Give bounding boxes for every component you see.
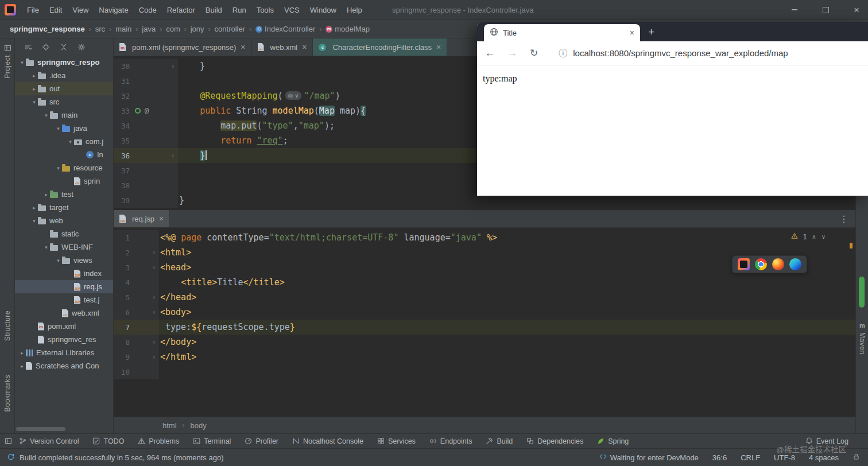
more-options-icon[interactable] <box>839 213 848 224</box>
tool-stripe-bookmarks[interactable]: Bookmarks <box>0 375 15 412</box>
tree-item-static[interactable]: static <box>15 227 113 240</box>
code-line-1[interactable]: 1<%@ page contentType="text/html;charset… <box>114 230 855 245</box>
menu-vcs[interactable]: VCS <box>279 0 305 20</box>
close-tab-icon[interactable]: × <box>302 43 307 51</box>
edge-browser-icon[interactable] <box>789 258 801 270</box>
tree-item-views[interactable]: ▾views <box>15 254 113 267</box>
menu-build[interactable]: Build <box>200 0 227 20</box>
tab-close-icon[interactable] <box>630 28 634 37</box>
toolwindow-button-endpoints[interactable]: Endpoints <box>429 437 472 445</box>
minimize-button[interactable] <box>786 2 803 18</box>
forward-button[interactable] <box>507 48 517 58</box>
menu-view[interactable]: View <box>67 0 94 20</box>
code-line-10[interactable]: 10 <box>114 364 855 379</box>
editor-tab-pom-xml-springmvc-response[interactable]: mpom.xml (springmvc_response)× <box>114 38 252 56</box>
lock-icon[interactable] <box>852 453 860 462</box>
tree-item-out[interactable]: ▸out <box>15 82 113 95</box>
breadcrumb-item-java[interactable]: java <box>142 25 156 33</box>
menu-edit[interactable]: Edit <box>44 0 67 20</box>
tree-item-test[interactable]: ▸test <box>15 188 113 201</box>
view-options-button[interactable] <box>24 43 32 51</box>
tool-stripe-project[interactable]: Project <box>0 44 15 79</box>
tree-item-resource[interactable]: ▾resource <box>15 161 113 174</box>
tree-item-web-xml[interactable]: </>web.xml <box>15 306 113 320</box>
tree-item-external-libraries[interactable]: ▸External Libraries <box>15 346 113 359</box>
tree-item-web-inf[interactable]: ▾WEB-INF <box>15 240 113 254</box>
code-line-9[interactable]: 9∧</html> <box>114 350 855 364</box>
new-tab-button[interactable] <box>648 26 654 37</box>
toolwindow-button-version-control[interactable]: Version Control <box>19 437 79 445</box>
toolwindow-button-nocalhost-console[interactable]: Nocalhost Console <box>292 437 363 445</box>
menu-refactor[interactable]: Refactor <box>162 0 200 20</box>
editor-tab-characterencodingfilter-class[interactable]: cCharacterEncodingFilter.class× <box>313 38 447 56</box>
menu-run[interactable]: Run <box>227 0 251 20</box>
line-separator-widget[interactable]: CRLF <box>741 453 760 462</box>
tool-stripe-maven[interactable]: mMaven <box>856 322 868 355</box>
tree-item-com-j[interactable]: ▾com.j <box>15 135 113 148</box>
code-line-5[interactable]: 5∧</head> <box>114 290 855 305</box>
close-tab-icon[interactable]: × <box>436 43 441 51</box>
code-line-4[interactable]: 4 <title>Title</title> <box>114 275 855 290</box>
tree-item-web[interactable]: ▾web <box>15 214 113 227</box>
menu-tools[interactable]: Tools <box>251 0 279 20</box>
breadcrumb-item-springmvc-response[interactable]: springmvc_response <box>10 25 85 33</box>
tree-item-req-js[interactable]: JSPreq.js <box>15 280 113 293</box>
menu-navigate[interactable]: Navigate <box>94 0 133 20</box>
breadcrumb-item-indexcontroller[interactable]: CIndexController <box>255 25 315 33</box>
tree-item-java[interactable]: ▾java <box>15 122 113 135</box>
devmode-status[interactable]: Waiting for enter DevMode <box>599 453 699 462</box>
code-line-8[interactable]: 8∧</body> <box>114 335 855 350</box>
breadcrumb-item-controller[interactable]: controller <box>215 25 245 33</box>
scrollbar-thumb[interactable] <box>859 277 865 308</box>
site-info-icon[interactable] <box>559 49 567 57</box>
menu-window[interactable]: Window <box>305 0 342 20</box>
browser-tab[interactable]: Title <box>484 24 640 41</box>
tree-item-sprin[interactable]: </>sprin <box>15 174 113 188</box>
menu-help[interactable]: Help <box>342 0 367 20</box>
maximize-button[interactable] <box>817 2 834 18</box>
menu-file[interactable]: File <box>22 0 44 20</box>
editor-tab-req-jsp[interactable]: JSPreq.jsp× <box>114 210 170 227</box>
toolwindow-button-dependencies[interactable]: Dependencies <box>526 437 583 445</box>
tree-item-idea[interactable]: ▸.idea <box>15 69 113 82</box>
code-line-6[interactable]: 6∨<body> <box>114 305 855 320</box>
reload-button[interactable] <box>530 48 538 58</box>
toolwindow-button-profiler[interactable]: Profiler <box>245 437 278 445</box>
locate-button[interactable] <box>42 43 50 51</box>
breadcrumb-item-src[interactable]: src <box>95 25 105 33</box>
editor-breadcrumb-html[interactable]: html <box>162 421 177 430</box>
collapse-all-button[interactable] <box>60 43 68 51</box>
tree-item-pom-xml[interactable]: mpom.xml <box>15 320 113 333</box>
tree-item-test-j[interactable]: JSPtest.j <box>15 293 113 306</box>
toolwindow-button-terminal[interactable]: Terminal <box>193 437 231 445</box>
back-button[interactable] <box>485 48 495 58</box>
prev-warning-button[interactable]: ∧ <box>812 234 816 240</box>
tree-item-in[interactable]: cIn <box>15 148 113 161</box>
breadcrumb-item-main[interactable]: main <box>115 25 131 33</box>
tree-item-springmvc-res[interactable]: springmvc_res <box>15 333 113 346</box>
toolwindow-button-build[interactable]: Build <box>486 437 513 445</box>
next-warning-button[interactable]: ∨ <box>822 234 826 240</box>
spring-bean-icon[interactable] <box>135 108 141 114</box>
editor-tab-web-xml[interactable]: </>web.xml× <box>252 38 313 56</box>
settings-button[interactable] <box>78 43 86 51</box>
breadcrumb-item-modelmap[interactable]: mmodelMap <box>326 25 370 33</box>
tool-stripe-structure[interactable]: Structure <box>0 310 15 341</box>
caret-position-widget[interactable]: 36:6 <box>712 453 727 462</box>
close-button[interactable] <box>848 2 865 18</box>
firefox-browser-icon[interactable] <box>772 258 784 270</box>
close-tab-icon[interactable]: × <box>241 43 245 51</box>
code-line-7[interactable]: 7 type:${requestScope.type} <box>114 320 855 335</box>
breadcrumb-item-com[interactable]: com <box>166 25 180 33</box>
chrome-browser-icon[interactable] <box>755 258 767 270</box>
toolwindow-button-spring[interactable]: Spring <box>597 437 629 445</box>
address-bar[interactable]: localhost:8080/springmvc_response_war_ex… <box>559 48 788 58</box>
editor-breadcrumb-body[interactable]: body <box>191 421 207 430</box>
jsp-editor[interactable]: 1<%@ page contentType="text/html;charset… <box>114 228 855 417</box>
close-tab-icon[interactable]: × <box>159 215 164 223</box>
toolwindow-button-problems[interactable]: Problems <box>138 437 179 445</box>
tree-item-main[interactable]: ▾main <box>15 108 113 122</box>
tree-item-src[interactable]: ▾src <box>15 95 113 108</box>
toolwindow-button-todo[interactable]: TODO <box>92 437 124 445</box>
breadcrumb-item-jony[interactable]: jony <box>191 25 204 33</box>
